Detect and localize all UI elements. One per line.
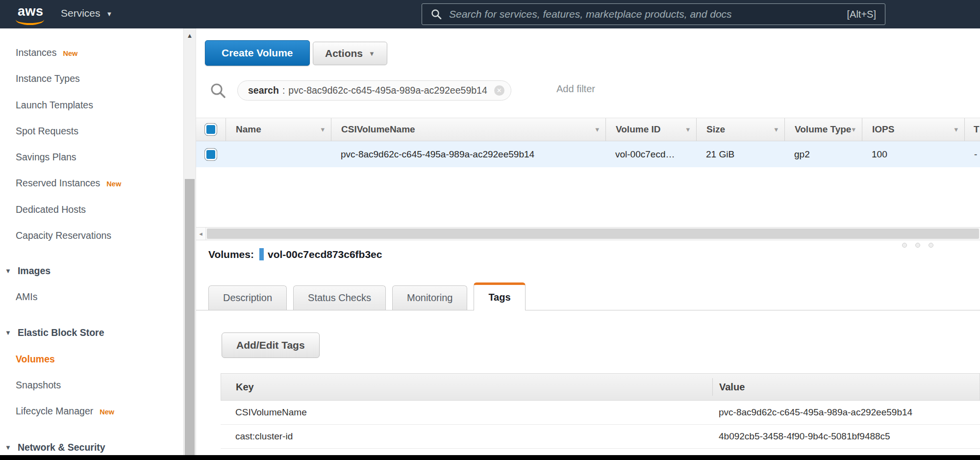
cell-size: 21 GiB xyxy=(696,141,784,167)
horizontal-scrollbar[interactable]: ◂ xyxy=(196,227,980,240)
chevron-down-icon: ▼ xyxy=(106,9,113,18)
detail-tabs: Description Status Checks Monitoring Tag… xyxy=(196,282,980,310)
column-header-size[interactable]: Size▾ xyxy=(696,118,784,141)
sidebar-section-network-security[interactable]: ▼Network & Security xyxy=(5,442,105,453)
cell-throughput: - xyxy=(964,141,980,167)
tag-key: cast:cluster-id xyxy=(221,431,712,442)
sort-icon: ▾ xyxy=(686,125,690,134)
tags-table: Key Value CSIVolumeName pvc-8ac9d62c-c64… xyxy=(221,373,980,449)
tab-status-checks[interactable]: Status Checks xyxy=(293,285,386,310)
scroll-up-arrow-icon[interactable]: ▲ xyxy=(184,32,196,39)
sidebar-item-savings-plans[interactable]: Savings Plans xyxy=(16,152,76,163)
sort-icon: ▾ xyxy=(321,125,325,134)
filter-tag-value: pvc-8ac9d62c-c645-495a-989a-ac292ee59b14 xyxy=(288,85,487,96)
cell-iops: 100 xyxy=(862,141,964,167)
main-content: Create Volume Actions▼ search : pvc-8ac9… xyxy=(196,28,980,460)
aws-logo[interactable]: aws xyxy=(18,4,44,19)
sidebar-item-snapshots[interactable]: Snapshots xyxy=(16,380,61,391)
sort-icon: ▾ xyxy=(774,125,778,134)
column-header-volume-type[interactable]: Volume Type▾ xyxy=(784,118,862,141)
filter-tag-key: search xyxy=(248,85,279,96)
triangle-down-icon: ▼ xyxy=(5,267,11,275)
column-header-throughput-truncated[interactable]: T xyxy=(964,118,980,141)
sort-icon: ▾ xyxy=(852,125,855,134)
aws-console-window: aws Services ▼ Search for services, feat… xyxy=(0,0,980,460)
sidebar-item-launch-templates[interactable]: Launch Templates xyxy=(16,100,93,111)
row-checkbox[interactable] xyxy=(204,148,217,161)
vertical-scrollbar[interactable]: ▲ xyxy=(183,28,196,460)
tab-monitoring[interactable]: Monitoring xyxy=(392,285,467,310)
triangle-down-icon: ▼ xyxy=(5,444,11,451)
select-all-cell xyxy=(196,118,226,141)
sidebar-item-instance-types[interactable]: Instance Types xyxy=(16,73,80,84)
volumes-table-header: Name▾ CSIVolumeName▾ Volume ID▾ Size▾ Vo… xyxy=(196,118,980,141)
tag-row: CSIVolumeName pvc-8ac9d62c-c645-495a-989… xyxy=(221,401,980,425)
search-icon xyxy=(210,82,226,99)
detail-pane-title: Volumes: vol-00c7ecd873c6fb3ec xyxy=(208,248,382,260)
cell-volume-id: vol-00c7ecd… xyxy=(605,141,696,167)
global-search-placeholder: Search for services, features, marketpla… xyxy=(449,8,847,20)
filter-bar: search : pvc-8ac9d62c-c645-495a-989a-ac2… xyxy=(196,77,980,105)
sidebar-item-spot-requests[interactable]: Spot Requests xyxy=(16,126,78,137)
scroll-left-arrow-icon[interactable]: ◂ xyxy=(196,228,206,240)
new-badge: New xyxy=(63,50,77,57)
sidebar-item-capacity-reservations[interactable]: Capacity Reservations xyxy=(16,230,111,241)
triangle-down-icon: ▼ xyxy=(5,329,11,336)
resize-dot-icon xyxy=(915,243,920,248)
detail-title-prefix: Volumes: xyxy=(208,249,254,260)
create-volume-button[interactable]: Create Volume xyxy=(205,40,310,66)
tags-table-header: Key Value xyxy=(221,373,980,401)
add-edit-tags-button[interactable]: Add/Edit Tags xyxy=(222,332,320,358)
sort-icon: ▾ xyxy=(595,125,599,134)
sidebar-item-volumes[interactable]: Volumes xyxy=(16,354,55,365)
tag-value: 4b092cb5-3458-4f90-9b4c-5081bf9488c5 xyxy=(712,431,980,442)
sort-icon: ▾ xyxy=(954,125,958,134)
tag-row: cast:cluster-id 4b092cb5-3458-4f90-9b4c-… xyxy=(221,425,980,449)
sidebar: InstancesNew Instance Types Launch Templ… xyxy=(0,28,183,460)
tag-value: pvc-8ac9d62c-c645-495a-989a-ac292ee59b14 xyxy=(712,407,980,418)
volume-table-row[interactable]: pvc-8ac9d62c-c645-495a-989a-ac292ee59b14… xyxy=(196,141,980,167)
sidebar-item-lifecycle-manager[interactable]: Lifecycle ManagerNew xyxy=(16,406,114,417)
vertical-scrollbar-thumb[interactable] xyxy=(185,179,195,460)
chevron-down-icon: ▼ xyxy=(369,50,375,57)
sidebar-item-instances[interactable]: InstancesNew xyxy=(16,47,77,58)
cell-volume-type: gp2 xyxy=(784,141,862,167)
tab-tags[interactable]: Tags xyxy=(474,282,525,310)
detail-volume-id: vol-00c7ecd873c6fb3ec xyxy=(268,249,382,260)
tags-column-key: Key xyxy=(221,374,712,400)
selection-cursor-bar xyxy=(259,248,264,260)
tag-key: CSIVolumeName xyxy=(221,407,712,418)
aws-logo-swoosh-icon xyxy=(16,20,44,25)
pane-resize-handle[interactable] xyxy=(902,243,933,248)
sidebar-section-elastic-block-store[interactable]: ▼Elastic Block Store xyxy=(5,327,104,338)
resize-dot-icon xyxy=(929,243,933,248)
filter-tag[interactable]: search : pvc-8ac9d62c-c645-495a-989a-ac2… xyxy=(237,80,511,101)
new-badge: New xyxy=(100,408,114,416)
window-bottom-edge xyxy=(0,455,980,460)
tab-description[interactable]: Description xyxy=(208,285,287,310)
cell-csivolumename: pvc-8ac9d62c-c645-495a-989a-ac292ee59b14 xyxy=(331,141,605,167)
select-all-checkbox[interactable] xyxy=(204,123,217,136)
search-icon xyxy=(431,9,442,20)
column-header-csivolumename[interactable]: CSIVolumeName▾ xyxy=(331,118,605,141)
global-search-input[interactable]: Search for services, features, marketpla… xyxy=(422,3,885,25)
top-navigation-bar: aws Services ▼ Search for services, feat… xyxy=(0,0,980,28)
actions-button[interactable]: Actions▼ xyxy=(313,42,387,65)
new-badge: New xyxy=(106,180,121,188)
sidebar-item-amis[interactable]: AMIs xyxy=(16,291,37,303)
sidebar-item-reserved-instances[interactable]: Reserved InstancesNew xyxy=(16,178,121,189)
tags-column-value: Value xyxy=(712,374,980,400)
sidebar-item-dedicated-hosts[interactable]: Dedicated Hosts xyxy=(16,204,86,215)
services-menu-label: Services xyxy=(61,7,101,19)
resize-dot-icon xyxy=(902,243,907,248)
column-header-iops[interactable]: IOPS▾ xyxy=(862,118,964,141)
horizontal-scrollbar-thumb[interactable] xyxy=(207,229,979,239)
sidebar-section-images[interactable]: ▼Images xyxy=(5,265,50,277)
search-shortcut-hint: [Alt+S] xyxy=(847,9,876,20)
add-filter-input[interactable]: Add filter xyxy=(556,83,595,95)
cell-name xyxy=(226,141,331,167)
services-menu[interactable]: Services ▼ xyxy=(61,7,112,19)
column-header-volume-id[interactable]: Volume ID▾ xyxy=(605,118,696,141)
remove-filter-icon[interactable]: ✕ xyxy=(494,85,504,96)
column-header-name[interactable]: Name▾ xyxy=(226,118,331,141)
